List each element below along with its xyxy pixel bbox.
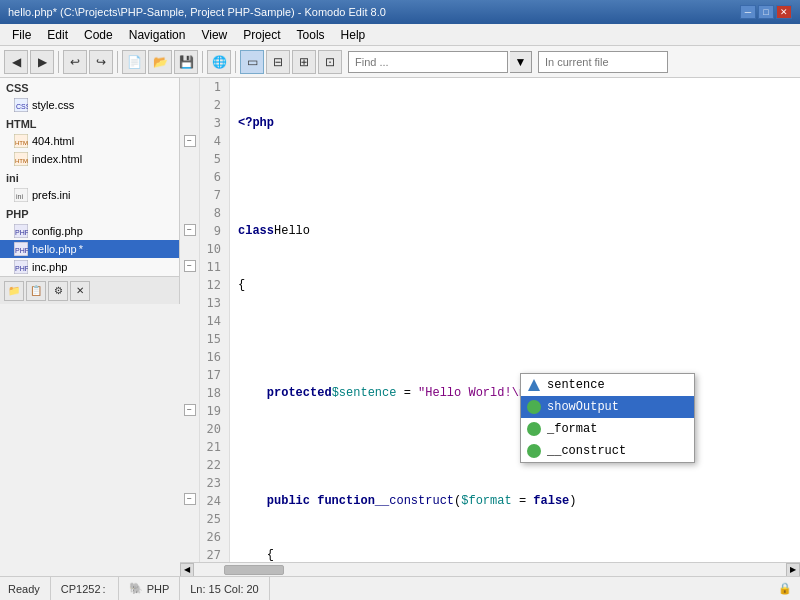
sidebar-item-hellophp[interactable]: PHP hello.php * (0, 240, 179, 258)
status-encoding[interactable]: CP1252 : (51, 577, 119, 600)
find-input[interactable] (348, 51, 508, 73)
hscroll-right-arrow[interactable]: ▶ (786, 563, 800, 577)
sidebar-label-configphp: config.php (32, 225, 83, 237)
ac-label-showoutput: showOutput (547, 400, 619, 414)
fold-marker-24[interactable]: − (184, 493, 196, 505)
titlebar: hello.php* (C:\Projects\PHP-Sample, Proj… (0, 0, 800, 24)
find-dropdown-button[interactable]: ▼ (510, 51, 532, 73)
gutter-4[interactable]: − (180, 132, 199, 150)
ac-item-sentence[interactable]: sentence (521, 374, 694, 396)
svg-text:PHP: PHP (15, 229, 28, 236)
menu-navigation[interactable]: Navigation (121, 26, 194, 44)
view-split-v-button[interactable]: ⊞ (292, 50, 316, 74)
gutter-24[interactable]: − (180, 490, 199, 508)
svg-text:HTML: HTML (15, 158, 28, 164)
svg-text:HTML: HTML (15, 140, 28, 146)
titlebar-buttons: ─ □ ✕ (740, 5, 792, 19)
gutter-11[interactable]: − (180, 257, 199, 275)
ac-icon-format (527, 422, 541, 436)
maximize-button[interactable]: □ (758, 5, 774, 19)
back-button[interactable]: ◀ (4, 50, 28, 74)
ac-label-construct: __construct (547, 444, 626, 458)
svg-text:PHP: PHP (15, 247, 28, 254)
sidebar-options-button[interactable]: ⚙ (48, 281, 68, 301)
menu-help[interactable]: Help (333, 26, 374, 44)
fold-marker-11[interactable]: − (184, 260, 196, 272)
status-language[interactable]: 🐘 PHP (119, 577, 181, 600)
sidebar-view-button[interactable]: 📋 (26, 281, 46, 301)
toolbar: ◀ ▶ ↩ ↪ 📄 📂 💾 🌐 ▭ ⊟ ⊞ ⊡ ▼ (0, 46, 800, 78)
svg-text:CSS: CSS (16, 103, 28, 110)
status-ready: Ready (8, 577, 51, 600)
php-badge: 🐘 (129, 582, 143, 595)
code-content[interactable]: <?php class Hello { protected $sentence … (230, 78, 800, 562)
svg-marker-14 (528, 379, 540, 391)
gutter-13 (180, 293, 199, 311)
gutter-16 (180, 347, 199, 365)
sidebar-item-configphp[interactable]: PHP config.php (0, 222, 179, 240)
ac-item-construct[interactable]: __construct (521, 440, 694, 462)
sidebar-section-css: CSS (0, 78, 179, 96)
fold-marker-19[interactable]: − (184, 404, 196, 416)
sidebar-label-404html: 404.html (32, 135, 74, 147)
sidebar-close-button[interactable]: ✕ (70, 281, 90, 301)
html-file-icon-404: HTML (14, 134, 28, 148)
toolbar-sep-2 (117, 51, 118, 73)
editor-scroll[interactable]: − − − − − (180, 78, 800, 562)
lock-icon: 🔒 (778, 582, 792, 595)
menu-tools[interactable]: Tools (289, 26, 333, 44)
status-lock: 🔒 (778, 582, 792, 595)
fold-marker-9[interactable]: − (184, 224, 196, 236)
gutter-10 (180, 239, 199, 257)
fullscreen-button[interactable]: ⊡ (318, 50, 342, 74)
html-file-icon-index: HTML (14, 152, 28, 166)
scope-input[interactable] (538, 51, 668, 73)
sidebar-item-incphp[interactable]: PHP inc.php (0, 258, 179, 276)
code-line-1: <?php (238, 114, 792, 132)
gutter-19[interactable]: − (180, 401, 199, 419)
menu-view[interactable]: View (193, 26, 235, 44)
fold-marker-4[interactable]: − (184, 135, 196, 147)
close-button[interactable]: ✕ (776, 5, 792, 19)
ini-file-icon: ini (14, 188, 28, 202)
toolbar-sep-3 (202, 51, 203, 73)
sidebar-item-style-css[interactable]: CSS style.css (0, 96, 179, 114)
code-line-6: protected $sentence = "Hello World!\n"; (238, 384, 792, 402)
ac-label-format: _format (547, 422, 597, 436)
sidebar-label-prefsini: prefs.ini (32, 189, 71, 201)
ac-icon-sentence (527, 378, 541, 392)
gutter-17 (180, 365, 199, 383)
hscroll-thumb[interactable] (224, 565, 284, 575)
gutter-27 (180, 544, 199, 562)
ac-item-format[interactable]: _format (521, 418, 694, 440)
sidebar-item-404html[interactable]: HTML 404.html (0, 132, 179, 150)
gutter-18 (180, 383, 199, 401)
gutter-6 (180, 168, 199, 186)
sidebar-item-prefsini[interactable]: ini prefs.ini (0, 186, 179, 204)
undo-button[interactable]: ↩ (63, 50, 87, 74)
redo-button[interactable]: ↪ (89, 50, 113, 74)
sidebar-label-indexhtml: index.html (32, 153, 82, 165)
sidebar-item-indexhtml[interactable]: HTML index.html (0, 150, 179, 168)
menu-file[interactable]: File (4, 26, 39, 44)
toolbar-sep-1 (58, 51, 59, 73)
ac-item-showoutput[interactable]: showOutput (521, 396, 694, 418)
minimize-button[interactable]: ─ (740, 5, 756, 19)
sidebar-new-button[interactable]: 📁 (4, 281, 24, 301)
menu-edit[interactable]: Edit (39, 26, 76, 44)
horizontal-scrollbar[interactable]: ◀ ▶ (180, 562, 800, 576)
code-line-7 (238, 438, 792, 456)
hscroll-left-arrow[interactable]: ◀ (180, 563, 194, 577)
view-split-h-button[interactable]: ⊟ (266, 50, 290, 74)
gutter-5 (180, 150, 199, 168)
save-button[interactable]: 💾 (174, 50, 198, 74)
menu-code[interactable]: Code (76, 26, 121, 44)
browser-button[interactable]: 🌐 (207, 50, 231, 74)
forward-button[interactable]: ▶ (30, 50, 54, 74)
ac-icon-construct (527, 444, 541, 458)
menu-project[interactable]: Project (235, 26, 288, 44)
gutter-9[interactable]: − (180, 221, 199, 239)
view-normal-button[interactable]: ▭ (240, 50, 264, 74)
open-button[interactable]: 📂 (148, 50, 172, 74)
new-button[interactable]: 📄 (122, 50, 146, 74)
